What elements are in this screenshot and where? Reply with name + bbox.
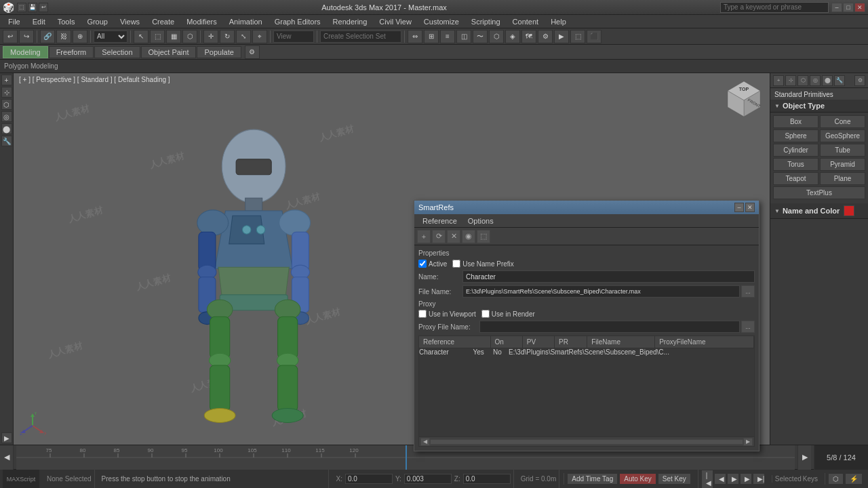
render-setup-btn[interactable]: ⚙ xyxy=(538,30,553,43)
use-in-viewport-label[interactable]: Use in Viewport xyxy=(418,310,476,318)
select-link-btn[interactable]: 🔗 xyxy=(40,30,55,43)
hierarchy-panel-btn[interactable]: ⬡ xyxy=(1,99,12,110)
auto-key-btn[interactable]: Auto Key xyxy=(619,473,656,485)
maxscript-mini-btn[interactable]: ⚡ xyxy=(845,473,863,485)
render-last-btn[interactable]: ⬛ xyxy=(587,30,601,43)
scroll-left-btn[interactable]: ◀ xyxy=(420,438,430,446)
redo-btn[interactable]: ↪ xyxy=(19,30,34,43)
motion-panel-btn[interactable]: ◎ xyxy=(1,111,12,122)
menu-civil-view[interactable]: Civil View xyxy=(374,16,416,27)
utility-icon[interactable]: 🔧 xyxy=(834,75,845,86)
smartrefs-options-menu[interactable]: Options xyxy=(462,216,499,226)
y-coord[interactable] xyxy=(404,474,452,484)
name-color-header[interactable]: ▼ Name and Color xyxy=(770,203,868,219)
menu-scripting[interactable]: Scripting xyxy=(466,16,506,27)
prev-frame-btn[interactable]: ◀ xyxy=(714,473,726,485)
z-coord[interactable] xyxy=(463,474,511,484)
select-region-btn[interactable]: ⬚ xyxy=(150,30,165,43)
menu-create[interactable]: Create xyxy=(146,16,180,27)
cylinder-btn[interactable]: Cylinder xyxy=(773,144,818,157)
tube-btn[interactable]: Tube xyxy=(820,144,865,157)
menu-group[interactable]: Group xyxy=(81,16,113,27)
use-in-render-label[interactable]: Use in Render xyxy=(481,310,535,318)
populate-mode-btn[interactable]: Populate xyxy=(197,46,241,58)
hierarchy-icon[interactable]: ⬡ xyxy=(797,75,808,86)
layer-btn[interactable]: ≡ xyxy=(440,30,455,43)
table-row[interactable]: Character Yes No E:\3d\Plugins\SmartRefs… xyxy=(419,348,754,356)
quick-access-btn[interactable]: ⬚ xyxy=(17,3,26,12)
use-name-prefix-label[interactable]: Use Name Prefix xyxy=(452,260,514,268)
filter-select[interactable]: All xyxy=(94,30,127,43)
panel-settings-icon[interactable]: ⚙ xyxy=(854,75,865,86)
schematic-btn[interactable]: ⬡ xyxy=(489,30,504,43)
close-button[interactable]: ✕ xyxy=(854,3,865,12)
nav-cube[interactable]: TOP FRONT xyxy=(724,79,764,119)
menu-file[interactable]: File xyxy=(3,16,26,27)
add-reference-btn[interactable]: + xyxy=(417,230,431,243)
quick-access-btn3[interactable]: ↩ xyxy=(39,3,48,12)
use-in-viewport-checkbox[interactable] xyxy=(418,310,427,318)
play-btn-left[interactable]: ▶ xyxy=(1,432,12,443)
use-name-prefix-checkbox[interactable] xyxy=(452,260,460,268)
set-key-btn[interactable]: Set Key xyxy=(658,473,691,485)
x-coord[interactable] xyxy=(345,474,393,484)
load-btn[interactable]: ⬚ xyxy=(477,230,490,243)
align-btn[interactable]: ⊞ xyxy=(424,30,439,43)
freeform-mode-btn[interactable]: Freeform xyxy=(49,46,94,58)
plane-btn[interactable]: Plane xyxy=(820,172,865,185)
pyramid-btn[interactable]: Pyramid xyxy=(820,158,865,171)
minimize-button[interactable]: – xyxy=(831,3,842,12)
display-icon[interactable]: ⬤ xyxy=(822,75,833,86)
maximize-button[interactable]: □ xyxy=(843,3,854,12)
isolate-btn[interactable]: ⬡ xyxy=(828,473,844,485)
scale-btn[interactable]: ⤡ xyxy=(236,30,251,43)
dialog-minimize-btn[interactable]: – xyxy=(734,203,744,212)
menu-help[interactable]: Help xyxy=(545,16,572,27)
remove-btn[interactable]: ✕ xyxy=(447,230,460,243)
select-window-btn[interactable]: ▦ xyxy=(166,30,181,43)
skip-start-btn[interactable]: |◀ xyxy=(701,470,713,489)
dialog-close-btn[interactable]: ✕ xyxy=(745,203,755,212)
motion-icon[interactable]: ◎ xyxy=(810,75,821,86)
proxy-browse-btn[interactable]: ... xyxy=(741,321,755,333)
timeline-left-arrow[interactable]: ◀ xyxy=(0,445,14,470)
proxy-filename-field[interactable] xyxy=(479,321,740,333)
name-field[interactable] xyxy=(462,270,755,283)
menu-animation[interactable]: Animation xyxy=(224,16,268,27)
skip-end-btn[interactable]: ▶| xyxy=(753,473,765,485)
select-btn[interactable]: ↖ xyxy=(134,30,149,43)
rotate-btn[interactable]: ↻ xyxy=(220,30,235,43)
textplus-btn[interactable]: TextPlus xyxy=(773,186,865,199)
add-time-tag-btn[interactable]: Add Time Tag xyxy=(567,473,618,485)
timeline-right-arrow[interactable]: ▶ xyxy=(797,445,811,470)
lasso-select-btn[interactable]: ⬡ xyxy=(182,30,197,43)
next-frame-btn[interactable]: ▶ xyxy=(740,473,752,485)
menu-modifiers[interactable]: Modifiers xyxy=(181,16,222,27)
torus-btn[interactable]: Torus xyxy=(773,158,818,171)
search-input[interactable] xyxy=(720,2,829,13)
record-btn[interactable]: ◉ xyxy=(462,230,475,243)
display-panel-btn[interactable]: ⬤ xyxy=(1,123,12,134)
menu-views[interactable]: Views xyxy=(115,16,145,27)
menu-graph-editors[interactable]: Graph Editors xyxy=(269,16,326,27)
geosphere-btn[interactable]: GeoSphere xyxy=(820,129,865,142)
table-scroll[interactable]: Character Yes No E:\3d\Plugins\SmartRefs… xyxy=(419,348,754,436)
menu-customize[interactable]: Customize xyxy=(418,16,465,27)
render-btn[interactable]: ▶ xyxy=(554,30,569,43)
smartrefs-reference-menu[interactable]: Reference xyxy=(417,216,462,226)
render-frame-btn[interactable]: ⬚ xyxy=(570,30,585,43)
h-scrollbar[interactable] xyxy=(430,439,743,445)
play-btn[interactable]: ▶ xyxy=(727,473,739,485)
box-btn[interactable]: Box xyxy=(773,115,818,128)
active-checkbox[interactable] xyxy=(418,260,427,268)
curve-editor-btn[interactable]: 〜 xyxy=(473,30,488,43)
object-type-header[interactable]: ▼ Object Type xyxy=(770,100,868,113)
unlink-btn[interactable]: ⛓ xyxy=(56,30,71,43)
menu-content[interactable]: Content xyxy=(507,16,545,27)
filename-browse-btn[interactable]: ... xyxy=(741,285,755,298)
create-selection-set[interactable] xyxy=(320,30,401,43)
sphere-btn[interactable]: Sphere xyxy=(773,129,818,142)
modeling-mode-btn[interactable]: Modeling xyxy=(3,46,48,58)
use-in-render-checkbox[interactable] xyxy=(481,310,490,318)
move-btn[interactable]: ✛ xyxy=(203,30,218,43)
